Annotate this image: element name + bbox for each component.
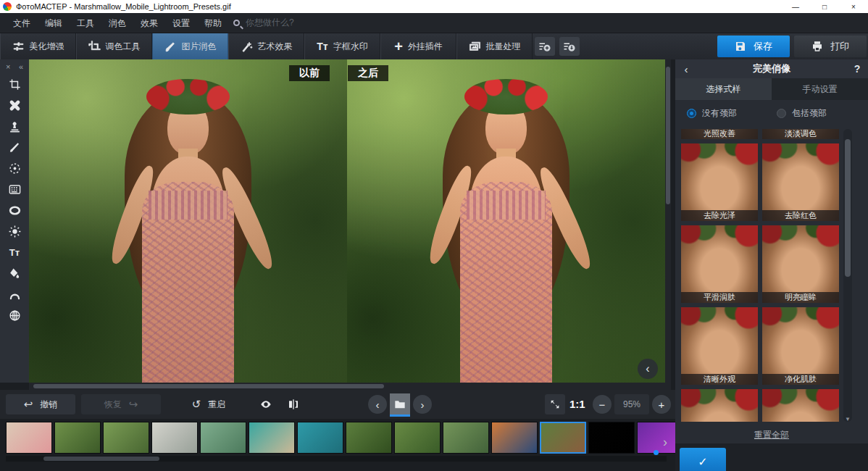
- radio-selected-icon: [687, 109, 696, 118]
- zoom-out-button[interactable]: −: [593, 395, 612, 414]
- preset-item[interactable]: 淡淡调色: [762, 129, 839, 139]
- apply-button[interactable]: ✓: [680, 448, 726, 471]
- menu-settings[interactable]: 设置: [165, 13, 197, 33]
- tab-text-watermark[interactable]: Tт 字框水印: [304, 33, 380, 59]
- filmstrip-thumbnail[interactable]: [103, 422, 149, 454]
- open-folder-button[interactable]: [390, 393, 410, 415]
- preset-item[interactable]: 净化肌肤: [762, 307, 839, 385]
- eye-icon: [260, 399, 272, 410]
- tab-batch[interactable]: 批量处理: [456, 33, 533, 59]
- tool-texture-grid[interactable]: [0, 179, 29, 200]
- filmstrip-thumbnail[interactable]: [394, 422, 441, 454]
- preset-item[interactable]: [681, 389, 758, 422]
- filmstrip-thumbnail[interactable]: [297, 422, 343, 454]
- menu-file[interactable]: 文件: [6, 13, 38, 33]
- tool-radial-filter[interactable]: [0, 158, 29, 179]
- minimize-button[interactable]: —: [781, 0, 810, 13]
- panel-help-button[interactable]: ?: [846, 63, 868, 75]
- canvas-horizontal-scroll-thumb[interactable]: [33, 384, 384, 388]
- tool-sphere-grid[interactable]: [0, 305, 29, 326]
- tool-clone-stamp[interactable]: [0, 116, 29, 137]
- compare-button[interactable]: [281, 394, 306, 414]
- zoom-in-button[interactable]: +: [652, 395, 671, 414]
- preset-label: 淡淡调色: [762, 129, 839, 139]
- filmstrip-scroll-thumb[interactable]: [43, 457, 159, 461]
- plus-icon: +: [394, 38, 403, 55]
- tool-crop-rotate[interactable]: [0, 74, 29, 95]
- menu-retouch[interactable]: 润色: [101, 13, 133, 33]
- redo-button[interactable]: 恢复 ↪: [81, 394, 161, 414]
- menu-bar: 文件 编辑 工具 润色 效果 设置 帮助 你想做什么?: [0, 13, 868, 33]
- filmstrip-next-icon[interactable]: ›: [663, 435, 667, 450]
- canvas-vertical-scroll-thumb[interactable]: [666, 67, 670, 204]
- scroll-down-icon[interactable]: ▼: [843, 416, 852, 422]
- tool-text[interactable]: Tт: [0, 242, 29, 263]
- tab-enhance[interactable]: 美化增强: [0, 33, 76, 59]
- reset-all-link[interactable]: 重置全部: [675, 429, 868, 441]
- filmstrip-thumbnail[interactable]: [249, 422, 295, 454]
- zoom-level-value[interactable]: 95%: [614, 394, 649, 414]
- tab-choose-style[interactable]: 选择式样: [675, 78, 772, 100]
- panel-back-button[interactable]: ‹: [675, 63, 697, 75]
- filmstrip-thumbnail[interactable]: [588, 422, 635, 454]
- tool-healing-patch[interactable]: [0, 95, 29, 116]
- filmstrip-thumbnail[interactable]: [443, 422, 489, 454]
- sidebar-collapse-icon[interactable]: «: [19, 62, 23, 71]
- restart-button[interactable]: ↺ 重启: [171, 394, 246, 414]
- filmstrip-thumbnail[interactable]: [200, 422, 246, 454]
- preset-item[interactable]: 明亮瞳眸: [762, 225, 839, 303]
- preset-item[interactable]: 去除光泽: [681, 143, 758, 221]
- view-original-button[interactable]: [254, 394, 278, 414]
- menu-search[interactable]: 你想做什么?: [233, 17, 294, 29]
- menu-tools[interactable]: 工具: [70, 13, 101, 33]
- filmstrip-thumbnail[interactable]: [151, 422, 198, 454]
- filmstrip-thumbnail[interactable]: [491, 422, 538, 454]
- tab-crop-tools[interactable]: 调色工具: [76, 33, 152, 59]
- tab-effects[interactable]: 艺术效果: [228, 33, 304, 59]
- print-button[interactable]: 打印: [794, 36, 867, 57]
- image-canvas[interactable]: 以前 之后: [29, 59, 665, 383]
- fullscreen-button[interactable]: [545, 394, 565, 414]
- preset-face-thumbnail: [681, 307, 758, 385]
- filmstrip-thumbnail[interactable]: [6, 422, 52, 454]
- tool-curve[interactable]: [0, 284, 29, 305]
- tool-fill-bucket[interactable]: [0, 263, 29, 284]
- menu-effects[interactable]: 效果: [133, 13, 165, 33]
- preset-item[interactable]: 平滑润肤: [681, 225, 758, 303]
- zoom-actual-button[interactable]: 1:1: [569, 394, 585, 414]
- prev-image-button[interactable]: ‹: [368, 395, 387, 414]
- preset-item[interactable]: 去除红色: [762, 143, 839, 221]
- tool-vignette[interactable]: [0, 200, 29, 221]
- radio-no-neck[interactable]: 没有颈部: [687, 107, 737, 120]
- filmstrip-thumbnail[interactable]: [54, 422, 101, 454]
- filmstrip-thumbnail[interactable]: [346, 422, 392, 454]
- menu-help[interactable]: 帮助: [197, 13, 229, 33]
- radio-include-neck[interactable]: 包括颈部: [777, 107, 827, 120]
- panel-scroll-thumb[interactable]: [845, 139, 851, 277]
- tool-brush[interactable]: [0, 137, 29, 158]
- save-button[interactable]: 保存: [717, 36, 790, 57]
- tab-plugins[interactable]: + 外挂插件: [380, 33, 456, 59]
- menu-edit[interactable]: 编辑: [38, 13, 70, 33]
- tab-manual-settings[interactable]: 手动设置: [772, 78, 868, 100]
- filmstrip-thumbnail[interactable]: [540, 422, 586, 454]
- photomaster-app: ФотоМАСТЕР - Marshmallow_Mobile_Lightroo…: [0, 0, 868, 471]
- tool-light-sun[interactable]: [0, 221, 29, 242]
- preset-item[interactable]: [762, 389, 839, 422]
- preset-item[interactable]: 光照改善: [681, 129, 758, 139]
- canvas-collapse-button[interactable]: ‹: [638, 359, 658, 379]
- next-image-button[interactable]: ›: [413, 395, 432, 414]
- maximize-button[interactable]: □: [810, 0, 839, 13]
- preset-item[interactable]: 清晰外观: [681, 307, 758, 385]
- text-tool-icon: Tт: [9, 247, 20, 258]
- close-button[interactable]: ×: [839, 0, 868, 13]
- sidebar-close-icon[interactable]: ×: [6, 62, 10, 71]
- undo-button[interactable]: ↩ 撤销: [6, 394, 75, 414]
- brush-icon: [164, 41, 177, 53]
- preset-import-button[interactable]: [535, 37, 555, 56]
- search-icon: [233, 20, 240, 26]
- preset-export-button[interactable]: [559, 37, 580, 56]
- window-controls: — □ ×: [781, 0, 868, 13]
- tab-retouch[interactable]: 图片润色: [152, 33, 228, 59]
- compare-split-icon: [288, 399, 299, 410]
